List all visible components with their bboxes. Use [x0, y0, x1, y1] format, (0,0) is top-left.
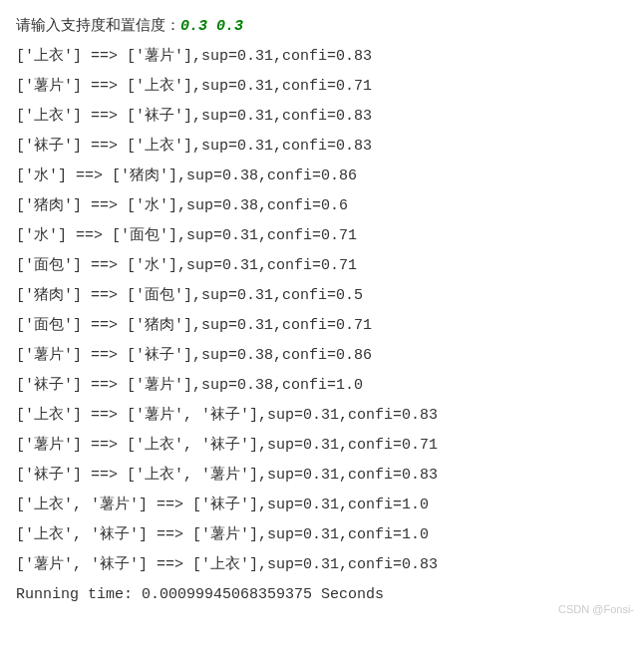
rule-line: ['水'] ==> ['猪肉'],sup=0.38,confi=0.86	[16, 162, 628, 191]
rule-line: ['上衣'] ==> ['薯片', '袜子'],sup=0.31,confi=0…	[16, 401, 628, 431]
rule-line: ['袜子'] ==> ['上衣', '薯片'],sup=0.31,confi=0…	[16, 461, 628, 491]
rule-line: ['面包'] ==> ['猪肉'],sup=0.31,confi=0.71	[16, 311, 628, 341]
prompt-line: 请输入支持度和置信度：0.3 0.3	[16, 12, 628, 42]
running-time-value: 0.00099945068359375	[142, 586, 312, 603]
rule-line: ['猪肉'] ==> ['面包'],sup=0.31,confi=0.5	[16, 281, 628, 311]
rule-line: ['上衣'] ==> ['袜子'],sup=0.31,confi=0.83	[16, 102, 628, 132]
rule-line: ['袜子'] ==> ['薯片'],sup=0.38,confi=1.0	[16, 371, 628, 401]
rules-output: ['上衣'] ==> ['薯片'],sup=0.31,confi=0.83['薯…	[16, 42, 628, 580]
rule-line: ['薯片'] ==> ['袜子'],sup=0.38,confi=0.86	[16, 341, 628, 371]
rule-line: ['上衣', '薯片'] ==> ['袜子'],sup=0.31,confi=1…	[16, 491, 628, 520]
prompt-input: 0.3 0.3	[180, 18, 243, 35]
running-time-prefix: Running time:	[16, 586, 142, 603]
running-time-line: Running time: 0.00099945068359375 Second…	[16, 580, 628, 610]
rule-line: ['薯片', '袜子'] ==> ['上衣'],sup=0.31,confi=0…	[16, 550, 628, 580]
rule-line: ['猪肉'] ==> ['水'],sup=0.38,confi=0.6	[16, 191, 628, 221]
watermark: CSDN @Fonsi-	[558, 603, 634, 616]
rule-line: ['上衣', '袜子'] ==> ['薯片'],sup=0.31,confi=1…	[16, 520, 628, 550]
rule-line: ['水'] ==> ['面包'],sup=0.31,confi=0.71	[16, 221, 628, 251]
rule-line: ['薯片'] ==> ['上衣'],sup=0.31,confi=0.71	[16, 72, 628, 102]
rule-line: ['薯片'] ==> ['上衣', '袜子'],sup=0.31,confi=0…	[16, 431, 628, 461]
running-time-suffix: Seconds	[312, 586, 384, 603]
rule-line: ['面包'] ==> ['水'],sup=0.31,confi=0.71	[16, 251, 628, 281]
rule-line: ['上衣'] ==> ['薯片'],sup=0.31,confi=0.83	[16, 42, 628, 72]
rule-line: ['袜子'] ==> ['上衣'],sup=0.31,confi=0.83	[16, 132, 628, 162]
prompt-label: 请输入支持度和置信度：	[16, 18, 180, 35]
